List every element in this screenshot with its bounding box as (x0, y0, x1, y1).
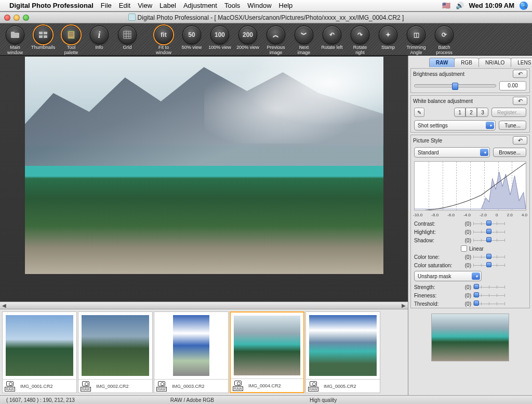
adjustment-row: Strength:(0) (411, 283, 529, 291)
left-pane: ◀ ▶ RAWIMG_0001.CR2RAWIMG_0002.CR2RAWIMG… (0, 56, 408, 395)
window-titlebar[interactable]: Digital Photo Professional - [ MacOSX/Us… (0, 12, 532, 23)
spotlight-icon[interactable]: 🔍 (520, 2, 528, 10)
flag-icon[interactable]: 🇺🇸 (442, 2, 450, 9)
wb-preset-2[interactable]: 2 (466, 108, 477, 117)
wb-eyedropper-button[interactable]: ✎ (414, 108, 424, 117)
main-toolbar: MainwindowThumbnailsToolpaletteiInfoGrid… (0, 23, 532, 56)
svg-rect-1 (11, 32, 15, 34)
tab-raw[interactable]: RAW (429, 58, 455, 67)
adjustment-slider[interactable] (473, 229, 504, 235)
brightness-value[interactable]: 0.00 (499, 81, 526, 90)
volume-icon[interactable]: 🔊 (456, 2, 464, 9)
wb-tune-button[interactable]: Tune... (499, 121, 526, 130)
thumbnail-item[interactable]: RAWIMG_0005.CR2 (305, 311, 380, 393)
info-icon: i (90, 25, 109, 44)
menubar-clock[interactable]: Wed 10:09 AM (469, 2, 514, 9)
raw-badge-icon: RAW (156, 381, 167, 392)
adjustment-slider[interactable] (473, 254, 504, 260)
adjustment-value: (0) (461, 301, 471, 307)
tone-curve-histogram[interactable] (414, 161, 526, 211)
scroll-right-arrow[interactable]: ▶ (400, 303, 408, 308)
status-coordinates: ( 1607, 1480 ) : 190, 212, 213 (0, 397, 81, 403)
brightness-slider[interactable] (414, 84, 496, 87)
menu-help[interactable]: Help (279, 2, 293, 9)
toolbar-info-button[interactable]: iInfo (87, 25, 111, 50)
scroll-left-arrow[interactable]: ◀ (0, 303, 8, 308)
thumbnail-item[interactable]: RAWIMG_0002.CR2 (78, 311, 153, 393)
brightness-section: Brightness adjustment ↶ 0.00 (410, 68, 530, 93)
toolbar-label: Rotate right (348, 45, 372, 56)
toolbar-grid-button[interactable]: Grid (115, 25, 139, 50)
50-icon: 50 (182, 25, 201, 44)
picstyle-revert-button[interactable]: ↶ (513, 136, 527, 145)
palette-icon (62, 25, 81, 44)
thumbnail-item[interactable]: RAWIMG_0004.CR2 (230, 311, 304, 393)
adjustment-slider[interactable] (473, 237, 504, 243)
wb-preset-3[interactable]: 3 (477, 108, 488, 117)
adjustment-slider[interactable] (473, 284, 504, 290)
tab-rgb[interactable]: RGB (454, 58, 479, 67)
picstyle-dropdown[interactable]: Standard▾ (414, 147, 490, 158)
tool-palette: RAW RGB NR/ALO LENS Brightness adjustmen… (408, 56, 532, 395)
linear-checkbox-row: Linear (411, 244, 529, 253)
toolbar-trim-button[interactable]: ◫TrimmingAngle (404, 25, 428, 56)
adjustment-label: Highlight: (414, 229, 461, 235)
adjustment-row: Contrast:(0) (411, 219, 529, 228)
wb-label: White balance adjustment (413, 98, 473, 104)
adjustment-slider[interactable] (473, 220, 504, 227)
toolbar-label: 50% view (182, 45, 202, 50)
menu-file[interactable]: File (101, 2, 112, 9)
image-preview-area[interactable] (0, 56, 408, 302)
menu-label[interactable]: Label (159, 2, 176, 9)
main-image[interactable] (25, 57, 383, 274)
thumbnail-item[interactable]: RAWIMG_0003.CR2 (154, 311, 229, 393)
picstyle-label: Picture Style (413, 138, 442, 144)
toolbar-200-button[interactable]: 200200% view (236, 25, 260, 50)
svg-rect-4 (39, 35, 43, 38)
toolbar-folder-button[interactable]: Mainwindow (3, 25, 27, 56)
toolbar-50-button[interactable]: 5050% view (180, 25, 204, 50)
raw-badge-icon: RAW (81, 381, 91, 392)
brightness-revert-button[interactable]: ↶ (513, 70, 527, 78)
tab-lens[interactable]: LENS (511, 58, 532, 67)
wb-revert-button[interactable]: ↶ (513, 97, 527, 105)
toolbar-palette-button[interactable]: Toolpalette (59, 25, 83, 56)
toolbar-batch-button[interactable]: ⟳Batchprocess (432, 25, 456, 56)
toolbar-prev-button[interactable]: ︽Previousimage (264, 25, 288, 56)
wb-dropdown[interactable]: Shot settings▾ (414, 120, 496, 131)
linear-checkbox[interactable] (461, 245, 467, 252)
wb-register-button[interactable]: Register... (491, 108, 526, 117)
toolbar-label: Toolpalette (64, 45, 78, 56)
thumbnail-filename: IMG_0002.CR2 (96, 384, 129, 389)
thumbnail-item[interactable]: RAWIMG_0001.CR2 (2, 311, 77, 393)
menu-view[interactable]: View (138, 2, 152, 9)
sharpness-dropdown[interactable]: Unsharp mask▾ (414, 271, 482, 281)
adjustment-value: (0) (461, 293, 471, 298)
menu-edit[interactable]: Edit (119, 2, 130, 9)
toolbar-100-button[interactable]: 100100% view (208, 25, 232, 50)
wb-preset-1[interactable]: 1 (454, 108, 466, 117)
raw-badge-icon: RAW (5, 381, 15, 392)
adjustment-slider[interactable] (473, 292, 504, 298)
toolbar-thumbs-button[interactable]: Thumbnails (31, 25, 55, 50)
thumbnails-scrollbar[interactable]: ◀ ▶ (0, 302, 408, 309)
picstyle-browse-button[interactable]: Browse... (493, 148, 526, 157)
adjustment-value: (0) (461, 238, 471, 243)
menu-tools[interactable]: Tools (224, 2, 240, 9)
menu-window[interactable]: Window (247, 2, 271, 9)
toolbar-next-button[interactable]: ︾Nextimage (292, 25, 316, 56)
navigator-image[interactable] (431, 314, 509, 361)
toolbar-stamp-button[interactable]: ✦Stamp (376, 25, 400, 50)
toolbar-rotl-button[interactable]: ↶Rotate left (320, 25, 344, 50)
adjustment-row: Shadow:(0) (411, 236, 529, 244)
menu-adjustment[interactable]: Adjustment (183, 2, 217, 9)
folder-icon (6, 25, 24, 44)
thumbnail-filename: IMG_0004.CR2 (248, 383, 281, 388)
adjustment-slider[interactable] (473, 301, 504, 307)
tab-nralo[interactable]: NR/ALO (478, 58, 511, 67)
toolbar-fit-button[interactable]: fitFit towindow (152, 25, 176, 56)
adjustment-slider[interactable] (473, 262, 504, 268)
raw-badge-icon: RAW (308, 381, 318, 392)
toolbar-rotr-button[interactable]: ↷Rotate right (348, 25, 372, 56)
menubar-appname[interactable]: Digital Photo Professional (9, 2, 94, 9)
